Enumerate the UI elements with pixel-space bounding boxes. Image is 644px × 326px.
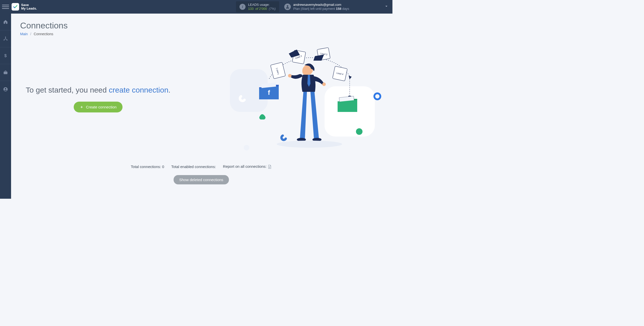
svg-point-7 xyxy=(5,88,6,89)
usage-label: LEADS usage: xyxy=(248,3,276,7)
stat-report: Report on all connections: xyxy=(223,164,272,169)
breadcrumb-current: Connections xyxy=(34,32,53,36)
stat-enabled-connections: Total enabled connections: xyxy=(171,165,216,169)
svg-text:$: $ xyxy=(4,53,7,58)
account-dropdown-toggle[interactable] xyxy=(349,4,388,9)
svg-marker-10 xyxy=(349,76,352,79)
sidebar-item-home[interactable] xyxy=(3,19,8,25)
breadcrumb-main-link[interactable]: Main xyxy=(20,32,28,36)
stats-row: Total connections: 0 Total enabled conne… xyxy=(20,164,382,169)
breadcrumb: Main / Connections xyxy=(20,32,382,36)
sidebar-separator xyxy=(0,47,11,47)
left-sidebar: $ xyxy=(0,14,11,199)
svg-point-31 xyxy=(244,145,249,150)
leads-usage-box: i LEADS usage: 133 of 2'000 (7%) xyxy=(236,1,279,13)
svg-text:f: f xyxy=(268,89,270,96)
create-connection-button[interactable]: ＋ Create connection xyxy=(74,102,123,112)
app-logo[interactable]: Save My Leads. xyxy=(12,3,37,11)
sidebar-item-billing[interactable]: $ xyxy=(3,53,8,58)
svg-point-30 xyxy=(356,128,363,135)
logo-mark-icon xyxy=(12,3,19,11)
stat-total-connections: Total connections: 0 xyxy=(131,165,164,169)
app-header: Save My Leads. i LEADS usage: 133 of 2'0… xyxy=(0,0,392,14)
report-file-icon[interactable] xyxy=(268,165,272,169)
sidebar-item-profile[interactable] xyxy=(3,87,8,92)
sidebar-item-connections[interactable] xyxy=(3,36,8,42)
svg-point-0 xyxy=(287,5,288,7)
avatar-icon xyxy=(284,4,291,10)
menu-toggle-icon[interactable] xyxy=(2,3,9,10)
account-email: andrewsavemyleads@gmail.com xyxy=(293,3,349,7)
main-content: Connections Main / Connections To get st… xyxy=(11,14,392,199)
create-connection-link[interactable]: create connection xyxy=(109,86,169,94)
get-started-text: To get started, you need create connecti… xyxy=(20,85,176,95)
svg-rect-5 xyxy=(4,72,8,74)
sidebar-item-briefcase[interactable] xyxy=(3,70,8,75)
account-block[interactable]: andrewsavemyleads@gmail.com Plan |Start|… xyxy=(284,3,349,11)
info-icon: i xyxy=(239,4,246,10)
plus-icon: ＋ xyxy=(80,105,84,109)
logo-text: Save My Leads. xyxy=(21,3,37,11)
sidebar-separator xyxy=(0,64,11,64)
page-title: Connections xyxy=(20,21,382,30)
account-plan: Plan |Start| left until payment 158 days xyxy=(293,7,349,11)
show-deleted-button[interactable]: Show deleted connections xyxy=(174,175,229,184)
sidebar-separator xyxy=(0,30,11,30)
svg-point-1 xyxy=(5,36,6,37)
svg-point-32 xyxy=(277,141,342,148)
empty-state-illustration: Lead 1 Lead 2 Lead 3 Lead 4 xyxy=(226,46,382,152)
svg-point-25 xyxy=(288,74,292,77)
svg-point-29 xyxy=(374,93,380,99)
usage-values: 133 of 2'000 (7%) xyxy=(248,7,276,11)
svg-point-26 xyxy=(322,83,326,86)
sidebar-separator xyxy=(0,81,11,81)
